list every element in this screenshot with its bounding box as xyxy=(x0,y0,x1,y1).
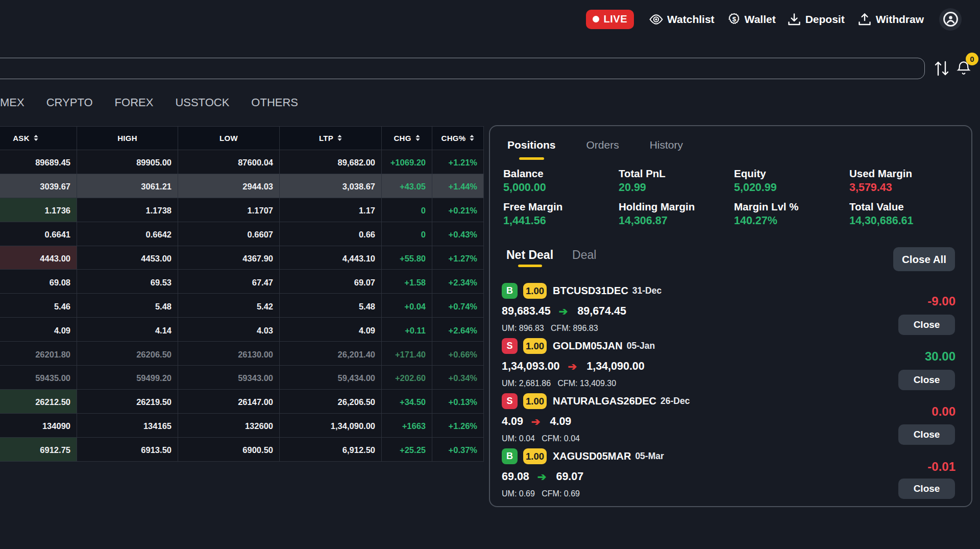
svg-text:$: $ xyxy=(732,15,736,23)
